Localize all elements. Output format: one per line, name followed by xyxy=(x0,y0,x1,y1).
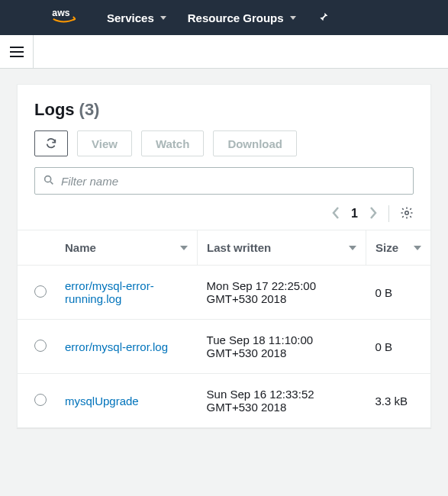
col-size-label: Size xyxy=(375,241,398,254)
top-nav: aws Services Resource Groups xyxy=(0,0,448,35)
log-name-link[interactable]: error/mysql-error-running.log xyxy=(65,279,154,305)
col-name-label: Name xyxy=(65,241,96,254)
svg-point-1 xyxy=(45,176,51,182)
sort-icon xyxy=(180,246,188,250)
last-written-cell: Sun Sep 16 12:33:52 GMT+530 2018 xyxy=(198,374,366,428)
col-select xyxy=(18,230,56,266)
refresh-button[interactable] xyxy=(34,130,68,156)
sort-icon xyxy=(414,246,421,250)
col-size[interactable]: Size xyxy=(366,230,430,266)
size-cell: 0 B xyxy=(366,266,430,320)
nav-resource-groups[interactable]: Resource Groups xyxy=(188,11,296,24)
pagination: 1 xyxy=(34,205,414,222)
last-written-cell: Mon Sep 17 22:25:00 GMT+530 2018 xyxy=(198,266,366,320)
nav-services-label: Services xyxy=(107,11,154,24)
filter-wrap xyxy=(34,167,414,195)
prev-page[interactable] xyxy=(331,206,340,222)
logs-table: Name Last written Size error/mysql-error… xyxy=(18,230,430,427)
menu-toggle[interactable] xyxy=(0,35,34,69)
watch-button[interactable]: Watch xyxy=(141,130,204,156)
filter-input[interactable] xyxy=(61,175,405,188)
size-cell: 3.3 kB xyxy=(366,374,430,428)
sort-icon xyxy=(349,246,356,250)
col-name[interactable]: Name xyxy=(56,230,198,266)
toolbar: View Watch Download xyxy=(34,130,414,156)
svg-point-2 xyxy=(405,211,409,214)
table-row: error/mysql-error-running.log Mon Sep 17… xyxy=(18,266,430,320)
panel-title: Logs xyxy=(34,100,75,120)
log-name-link[interactable]: error/mysql-error.log xyxy=(65,340,168,353)
pin-icon[interactable] xyxy=(317,11,330,25)
page-number: 1 xyxy=(351,207,358,221)
nav-resource-groups-label: Resource Groups xyxy=(188,11,284,24)
caret-down-icon xyxy=(290,16,296,20)
divider xyxy=(388,205,389,222)
log-name-link[interactable]: mysqlUpgrade xyxy=(65,395,139,407)
caret-down-icon xyxy=(160,16,166,20)
panel-header: Logs (3) xyxy=(34,100,414,120)
size-cell: 0 B xyxy=(366,320,430,374)
col-last-written[interactable]: Last written xyxy=(198,230,366,266)
next-page[interactable] xyxy=(369,206,378,222)
panel-count: (3) xyxy=(79,100,100,120)
table-row: error/mysql-error.log Tue Sep 18 11:10:0… xyxy=(18,320,430,374)
col-last-written-label: Last written xyxy=(207,241,271,254)
settings-button[interactable] xyxy=(400,206,414,222)
nav-services[interactable]: Services xyxy=(107,11,166,24)
view-button[interactable]: View xyxy=(77,130,132,156)
search-icon xyxy=(43,174,55,188)
row-radio[interactable] xyxy=(34,285,47,298)
row-radio[interactable] xyxy=(34,340,47,352)
sub-bar xyxy=(0,35,448,69)
row-radio[interactable] xyxy=(34,394,47,406)
download-button[interactable]: Download xyxy=(213,130,297,156)
aws-logo[interactable]: aws xyxy=(52,7,85,29)
last-written-cell: Tue Sep 18 11:10:00 GMT+530 2018 xyxy=(198,320,366,374)
svg-text:aws: aws xyxy=(52,7,69,18)
content: Logs (3) View Watch Download 1 xyxy=(0,69,448,443)
logs-panel: Logs (3) View Watch Download 1 xyxy=(17,84,431,428)
table-row: mysqlUpgrade Sun Sep 16 12:33:52 GMT+530… xyxy=(18,374,430,428)
